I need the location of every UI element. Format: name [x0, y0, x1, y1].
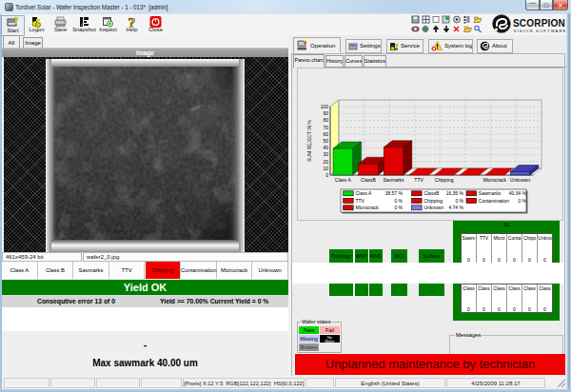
svg-text:Sawmarks: Sawmarks	[479, 190, 502, 196]
svg-text:90: 90	[323, 110, 328, 116]
svg-text:SUM REJECT IN %: SUM REJECT IN %	[306, 119, 312, 162]
svg-text:40: 40	[323, 145, 328, 150]
svg-text:Microcrack: Microcrack	[356, 205, 380, 210]
svg-text:VISION SOFTWARE.: VISION SOFTWARE.	[514, 29, 566, 33]
svg-text:Microcrack: Microcrack	[483, 177, 507, 183]
svg-text:TTV: TTV	[356, 198, 365, 204]
svg-text:4.74 %: 4.74 %	[448, 205, 463, 210]
svg-text:80: 80	[323, 117, 328, 123]
svg-text:TTV: TTV	[414, 177, 423, 183]
svg-text:30: 30	[323, 151, 328, 157]
svg-text:0 %: 0 %	[394, 205, 403, 210]
svg-text:Chipping: Chipping	[423, 198, 443, 204]
svg-text:SCORPION: SCORPION	[513, 18, 565, 29]
svg-text:Savmarks: Savmarks	[383, 177, 404, 183]
svg-text:100: 100	[321, 104, 329, 109]
svg-text:40.34 %: 40.34 %	[509, 190, 527, 196]
svg-text:0 %: 0 %	[518, 198, 526, 204]
svg-text:Unknown: Unknown	[510, 177, 530, 183]
svg-text:38.57 %: 38.57 %	[385, 190, 404, 196]
svg-text:Class A: Class A	[356, 190, 373, 196]
svg-text:20: 20	[323, 159, 328, 165]
svg-text:ClassB: ClassB	[423, 190, 440, 196]
svg-text:70: 70	[323, 125, 328, 130]
svg-text:50: 50	[323, 138, 328, 144]
svg-text:0 %: 0 %	[455, 198, 463, 204]
svg-text:Chipping: Chipping	[435, 177, 454, 183]
svg-text:10: 10	[323, 166, 328, 171]
svg-text:Class A: Class A	[335, 177, 352, 183]
svg-text:0: 0	[325, 172, 328, 178]
svg-text:Unknown: Unknown	[423, 205, 443, 210]
svg-text:16.35 %: 16.35 %	[446, 190, 464, 196]
svg-text:ClassB: ClassB	[361, 177, 377, 183]
svg-text:Contamination: Contamination	[479, 198, 509, 204]
svg-text:60: 60	[323, 131, 328, 137]
svg-text:0 %: 0 %	[394, 198, 403, 204]
